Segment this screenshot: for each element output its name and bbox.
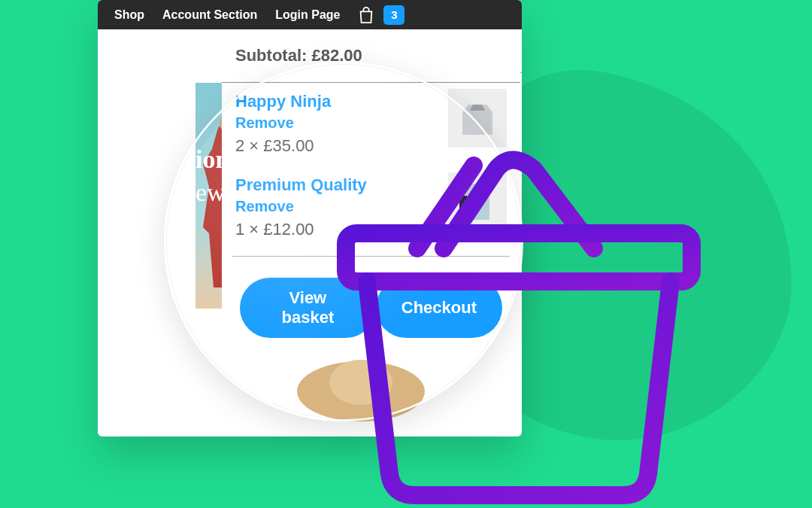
cart-count-badge: 3 xyxy=(383,5,404,25)
cart-dropdown: Subtotal: £82.00 Happy Ninja Remove 2 × … xyxy=(222,29,520,359)
hero-person-hat-image xyxy=(278,346,429,437)
svg-rect-6 xyxy=(459,196,467,223)
nav-cart[interactable]: 3 xyxy=(358,5,404,25)
nav-login[interactable]: Login Page xyxy=(275,8,340,22)
svg-point-3 xyxy=(329,360,392,405)
cart-item-thumb xyxy=(448,172,507,231)
nav-account[interactable]: Account Section xyxy=(162,8,257,22)
shopping-bag-icon xyxy=(358,6,374,24)
subtotal-row: Subtotal: £82.00 xyxy=(222,29,520,83)
svg-point-5 xyxy=(472,192,483,202)
hoodie-icon xyxy=(455,96,500,141)
top-navbar: Shop Account Section Login Page 3 xyxy=(98,0,522,29)
subtotal-value: £82.00 xyxy=(311,46,362,65)
poster-icon xyxy=(455,179,500,224)
screenshot-card: Shop Account Section Login Page 3 ion to… xyxy=(98,0,522,437)
cart-buttons-row: View basket Checkout xyxy=(222,257,520,359)
cart-item: Premium Quality Remove 1 × £12.00 xyxy=(222,166,520,250)
cart-item: Happy Ninja Remove 2 × £35.00 xyxy=(222,83,520,166)
subtotal-label: Subtotal: xyxy=(235,46,307,65)
cart-item-thumb xyxy=(448,89,507,148)
nav-shop[interactable]: Shop xyxy=(114,8,144,22)
view-basket-button[interactable]: View basket xyxy=(240,278,376,338)
checkout-button[interactable]: Checkout xyxy=(376,278,502,338)
